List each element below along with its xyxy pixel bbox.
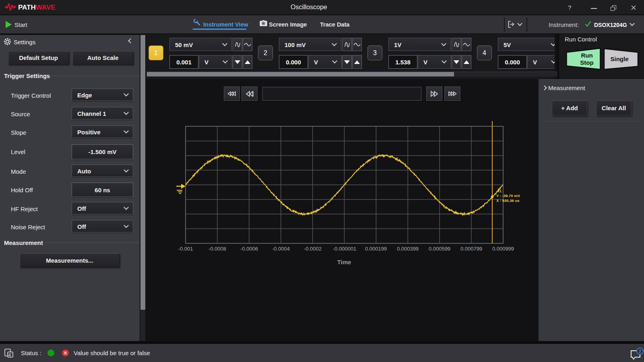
svg-text:Run: Run xyxy=(581,52,592,59)
svg-text:X1: X1 xyxy=(497,189,502,193)
svg-text:X : 935.36 us: X : 935.36 us xyxy=(496,198,520,203)
svg-text:2: 2 xyxy=(639,349,641,354)
svg-text:Stop: Stop xyxy=(580,59,593,66)
svg-text:Single: Single xyxy=(610,56,628,62)
svg-text:Y : -39.70 mV: Y : -39.70 mV xyxy=(496,193,520,198)
